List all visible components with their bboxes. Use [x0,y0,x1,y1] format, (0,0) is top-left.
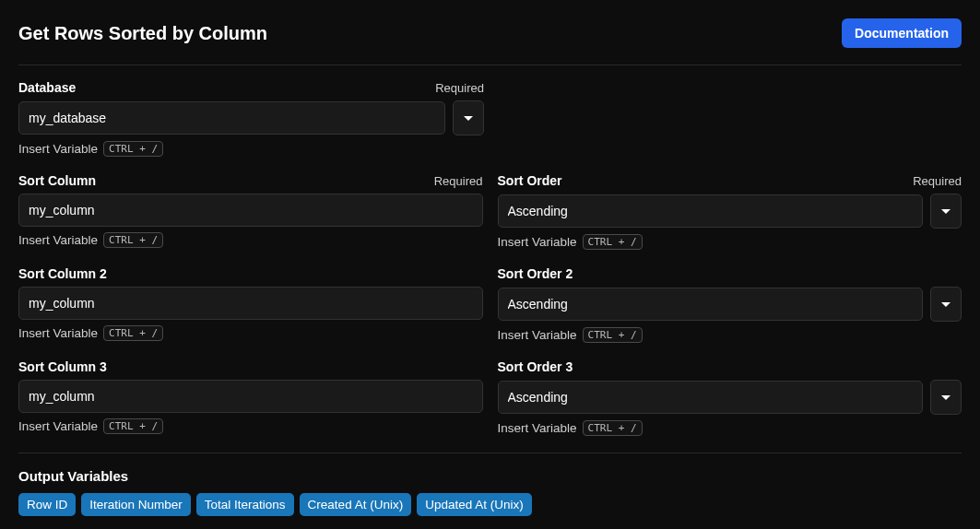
shortcut-kbd: CTRL + / [583,420,643,436]
insert-variable-label[interactable]: Insert Variable [498,328,577,342]
sort-column-2-input[interactable] [18,287,483,320]
sort-row-1: Sort Column Required Insert Variable CTR… [18,173,962,250]
sort-column-3-insert-row: Insert Variable CTRL + / [18,418,483,434]
sort-order-group: Sort Order Required Insert Variable CTRL… [498,173,962,250]
caret-down-icon [941,302,950,307]
output-variables-title: Output Variables [18,468,962,484]
sort-column-3-input[interactable] [18,380,483,413]
sort-order-label: Sort Order [498,173,562,188]
output-pill-iteration-number[interactable]: Iteration Number [81,493,191,516]
sort-order-3-group: Sort Order 3 Insert Variable CTRL + / [498,359,962,436]
sort-order-3-dropdown-button[interactable] [930,380,962,415]
database-field-header: Database Required [18,80,484,95]
sort-column-3-group: Sort Column 3 Insert Variable CTRL + / [18,359,483,436]
shortcut-kbd: CTRL + / [583,234,643,250]
database-label: Database [18,80,76,95]
insert-variable-label[interactable]: Insert Variable [498,235,577,249]
documentation-button[interactable]: Documentation [842,18,962,48]
sort-order-3-insert-row: Insert Variable CTRL + / [498,420,962,436]
sort-column-2-label: Sort Column 2 [18,266,107,281]
output-pill-total-iterations[interactable]: Total Iterations [196,493,294,516]
sort-order-2-input[interactable] [498,288,924,321]
caret-down-icon [941,395,950,400]
sort-order-input[interactable] [498,194,924,228]
sort-order-2-group: Sort Order 2 Insert Variable CTRL + / [498,266,962,343]
sort-order-input-row [498,194,962,229]
sort-column-2-group: Sort Column 2 Insert Variable CTRL + / [18,266,483,343]
database-input-row [18,100,962,135]
output-pill-created-at[interactable]: Created At (Unix) [300,493,412,516]
database-insert-row: Insert Variable CTRL + / [18,141,962,157]
database-field-group: Database Required Insert Variable CTRL +… [18,80,962,157]
sort-column-required: Required [434,174,483,188]
sort-order-3-input[interactable] [498,381,924,414]
output-pill-row: Row ID Iteration Number Total Iterations… [18,493,962,516]
shortcut-kbd: CTRL + / [103,325,163,341]
caret-down-icon [941,209,950,214]
sort-column-insert-row: Insert Variable CTRL + / [18,232,483,248]
sort-column-group: Sort Column Required Insert Variable CTR… [18,173,483,250]
sort-order-required: Required [913,174,962,188]
shortcut-kbd: CTRL + / [103,418,163,434]
page-title: Get Rows Sorted by Column [18,23,267,44]
output-pill-row-id[interactable]: Row ID [18,493,76,516]
sort-column-3-label: Sort Column 3 [18,359,107,374]
sort-column-2-insert-row: Insert Variable CTRL + / [18,325,483,341]
sort-column-header: Sort Column Required [18,173,483,188]
sort-column-2-header: Sort Column 2 [18,266,483,281]
output-divider [18,453,962,453]
insert-variable-label[interactable]: Insert Variable [18,142,98,156]
output-pill-updated-at[interactable]: Updated At (Unix) [417,493,532,516]
sort-column-3-header: Sort Column 3 [18,359,483,374]
insert-variable-label[interactable]: Insert Variable [498,421,577,435]
header-divider [18,65,962,65]
shortcut-kbd: CTRL + / [583,327,643,343]
sort-column-input[interactable] [18,194,483,227]
sort-order-3-header: Sort Order 3 [498,359,962,374]
insert-variable-label[interactable]: Insert Variable [18,326,98,340]
insert-variable-label[interactable]: Insert Variable [18,233,98,247]
sort-order-insert-row: Insert Variable CTRL + / [498,234,962,250]
output-variables-section: Output Variables Row ID Iteration Number… [18,468,962,516]
database-input[interactable] [18,101,445,135]
sort-order-header: Sort Order Required [498,173,962,188]
sort-order-dropdown-button[interactable] [930,194,962,229]
sort-column-label: Sort Column [18,173,96,188]
sort-order-3-input-row [498,380,962,415]
page-header: Get Rows Sorted by Column Documentation [18,18,962,48]
sort-order-2-label: Sort Order 2 [498,266,573,281]
database-dropdown-button[interactable] [453,100,484,135]
insert-variable-label[interactable]: Insert Variable [18,419,98,433]
sort-order-3-label: Sort Order 3 [498,359,573,374]
sort-order-2-input-row [498,287,962,322]
sort-order-2-header: Sort Order 2 [498,266,962,281]
sort-order-2-insert-row: Insert Variable CTRL + / [498,327,962,343]
caret-down-icon [464,116,473,121]
shortcut-kbd: CTRL + / [103,232,163,248]
sort-row-3: Sort Column 3 Insert Variable CTRL + / S… [18,359,962,436]
shortcut-kbd: CTRL + / [103,141,163,157]
sort-row-2: Sort Column 2 Insert Variable CTRL + / S… [18,266,962,343]
database-required-tag: Required [435,81,484,95]
sort-order-2-dropdown-button[interactable] [930,287,962,322]
